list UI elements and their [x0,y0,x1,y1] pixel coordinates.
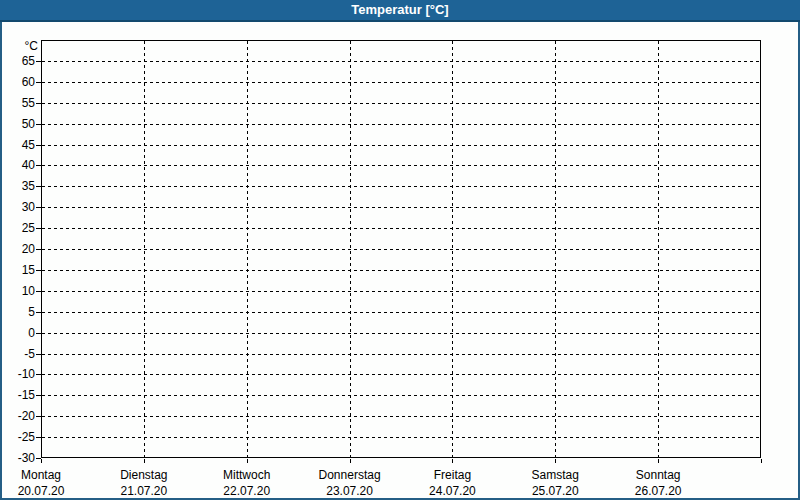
x-axis-tick [144,459,145,463]
y-axis-unit-label: °C [0,39,38,53]
y-axis-label: -30 [0,451,35,465]
gridline-vertical [658,41,659,457]
y-axis-label: 5 [0,305,35,319]
gridline-horizontal [42,312,760,313]
gridline-vertical [555,41,556,457]
x-axis-date-label: 22.07.20 [192,484,302,498]
y-axis-tick [36,354,41,355]
chart-title: Temperatur [°C] [351,2,448,17]
gridline-horizontal [42,270,760,271]
y-axis-label: -20 [0,409,35,423]
gridline-horizontal [42,186,760,187]
gridline-horizontal [42,61,760,62]
gridline-horizontal [42,145,760,146]
y-axis-tick [36,124,41,125]
plot-area [41,40,761,458]
y-axis-tick [36,61,41,62]
x-axis-tick [247,459,248,463]
gridline-horizontal [42,82,760,83]
y-axis-tick [36,333,41,334]
y-axis-tick [36,437,41,438]
y-axis-label: 35 [0,179,35,193]
chart-window: Temperatur [°C] °C 656055504540353025201… [0,0,800,500]
y-axis-label: 10 [0,284,35,298]
y-axis-tick [36,291,41,292]
gridline-horizontal [42,103,760,104]
x-axis-day-label: Donnerstag [295,468,405,482]
x-axis-date-label: 23.07.20 [295,484,405,498]
y-axis-label: -10 [0,367,35,381]
y-axis-tick [36,165,41,166]
gridline-vertical [350,41,351,457]
x-axis-date-label: 20.07.20 [0,484,96,498]
y-axis-tick [36,82,41,83]
gridline-horizontal [42,416,760,417]
y-axis-tick [36,207,41,208]
window-border-left [0,22,2,500]
x-axis-tick [761,459,762,463]
y-axis-tick [36,228,41,229]
y-axis-tick [36,312,41,313]
gridline-vertical [247,41,248,457]
y-axis-tick [36,103,41,104]
y-axis-tick [36,395,41,396]
gridline-horizontal [42,249,760,250]
x-axis-date-label: 25.07.20 [500,484,610,498]
y-axis-label: 15 [0,263,35,277]
gridline-horizontal [42,333,760,334]
gridline-horizontal [42,354,760,355]
x-axis-day-label: Sonntag [603,468,713,482]
y-axis-label: -25 [0,430,35,444]
x-axis-day-label: Dienstag [89,468,199,482]
y-axis-label: 30 [0,200,35,214]
x-axis-day-label: Samstag [500,468,610,482]
y-axis-tick [36,416,41,417]
gridline-horizontal [42,374,760,375]
y-axis-tick [36,186,41,187]
y-axis-label: 20 [0,242,35,256]
y-axis-label: -15 [0,388,35,402]
gridline-horizontal [42,228,760,229]
x-axis-date-label: 24.07.20 [397,484,507,498]
gridline-vertical [144,41,145,457]
x-axis-day-label: Montag [0,468,96,482]
gridline-horizontal [42,165,760,166]
y-axis-label: 0 [0,326,35,340]
x-axis-tick [41,459,42,463]
y-axis-label: 40 [0,158,35,172]
gridline-horizontal [42,124,760,125]
y-axis-label: 55 [0,96,35,110]
y-axis-tick [36,249,41,250]
y-axis-label: 50 [0,117,35,131]
y-axis-tick [36,374,41,375]
x-axis-tick [452,459,453,463]
x-axis-date-label: 26.07.20 [603,484,713,498]
gridline-vertical [452,41,453,457]
y-axis-label: 60 [0,75,35,89]
x-axis-date-label: 21.07.20 [89,484,199,498]
y-axis-tick [36,145,41,146]
y-axis-tick [36,270,41,271]
gridline-horizontal [42,291,760,292]
chart-title-bar: Temperatur [°C] [0,0,800,22]
x-axis-day-label: Mittwoch [192,468,302,482]
gridline-horizontal [42,207,760,208]
y-axis-label: 45 [0,138,35,152]
x-axis-day-label: Freitag [397,468,507,482]
x-axis-tick [658,459,659,463]
x-axis-tick [555,459,556,463]
gridline-horizontal [42,395,760,396]
y-axis-label: 25 [0,221,35,235]
gridline-horizontal [42,437,760,438]
y-axis-label: 65 [0,54,35,68]
y-axis-label: -5 [0,347,35,361]
x-axis-tick [350,459,351,463]
